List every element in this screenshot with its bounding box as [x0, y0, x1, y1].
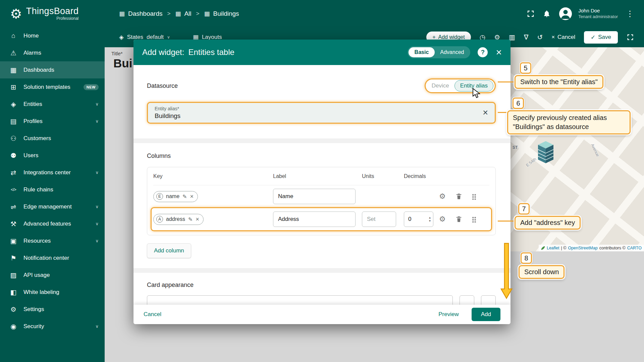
user-info: John Doe Tenant administrator	[578, 7, 618, 19]
sidebar-item-dashboards[interactable]: ▦ Dashboards	[0, 61, 105, 78]
carto-link[interactable]: CARTO	[627, 246, 642, 250]
filters-button[interactable]: ∇	[524, 33, 528, 41]
sidebar-item-settings[interactable]: ⚙ Settings	[0, 301, 105, 318]
chevron-down-icon: ∨	[95, 170, 99, 175]
dialog-close-button[interactable]: ×	[496, 47, 502, 57]
clear-alias-button[interactable]: ×	[483, 108, 488, 117]
attribution-text: | ©	[561, 246, 567, 250]
chevron-down-icon: ∨	[95, 221, 99, 226]
cancel-edit-button[interactable]: × Cancel	[551, 34, 575, 41]
entity-alias-field-value: Buildings	[155, 112, 483, 120]
sidebar-item-customers[interactable]: ⚇ Customers	[0, 130, 105, 147]
units-input[interactable]	[362, 212, 396, 227]
sidebar-item-entities[interactable]: ◈ Entities ∨	[0, 96, 105, 113]
drag-handle[interactable]	[472, 216, 476, 223]
sidebar-item-solution-templates[interactable]: ⊞ Solution templates NEW	[0, 78, 105, 96]
annotation-connector	[498, 81, 515, 82]
dialog-title-prefix: Add widget:	[142, 48, 184, 57]
annotation-callout-6: Specify previously created alias "Buildi…	[507, 110, 631, 134]
key-chip-address[interactable]: A address ✎ ×	[153, 214, 204, 225]
advanced-mode-button[interactable]: Advanced	[435, 47, 469, 57]
chevron-down-icon: ∨	[95, 204, 99, 209]
sidebar-item-rule-chains[interactable]: </> Rule chains	[0, 181, 105, 198]
notifications-button[interactable]	[543, 10, 551, 18]
sidebar-item-resources[interactable]: ▣ Resources ∨	[0, 232, 105, 249]
chevron-down-icon: ∨	[167, 35, 170, 40]
sidebar-item-notification-center[interactable]: ⚑ Notification center	[0, 249, 105, 266]
delete-column-button[interactable]	[455, 216, 463, 223]
check-icon: ✓	[591, 34, 595, 41]
sidebar-item-users[interactable]: ⚉ Users	[0, 147, 105, 164]
osm-link[interactable]: OpenStreetMap	[568, 246, 597, 250]
rule-chains-icon: </>	[9, 187, 18, 192]
sidebar-item-label: Alarms	[23, 50, 99, 56]
attribution-text: contributors ©	[599, 246, 626, 250]
solution-templates-icon: ⊞	[9, 83, 18, 91]
spinner-down-icon[interactable]: ▾	[429, 219, 431, 223]
datasource-type-toggle: Device Entity alias	[425, 78, 496, 93]
drag-handle[interactable]	[472, 193, 476, 200]
delete-column-button[interactable]	[455, 193, 463, 200]
breadcrumb-dashboards[interactable]: ▦ Dashboards	[119, 10, 162, 17]
sidebar-item-white-labeling[interactable]: ◧ White labeling	[0, 284, 105, 301]
edit-pencil-icon[interactable]: ✎	[182, 193, 187, 200]
close-icon: ×	[483, 108, 488, 118]
card-title-input[interactable]	[147, 295, 453, 305]
user-avatar[interactable]	[559, 7, 572, 20]
dashboards-grid-icon: ▦	[119, 10, 125, 17]
decimals-stepper[interactable]: 0 ▴ ▾	[404, 212, 433, 227]
save-dashboard-button[interactable]: ✓ Save	[584, 31, 618, 44]
device-toggle-button[interactable]: Device	[427, 80, 454, 91]
sidebar-item-integrations-center[interactable]: ⇄ Integrations center ∨	[0, 164, 105, 181]
column-settings-button[interactable]: ⚙	[439, 215, 446, 224]
sidebar-item-edge-management[interactable]: ⇌ Edge management ∨	[0, 198, 105, 215]
help-button[interactable]: ?	[478, 47, 488, 57]
remove-key-icon[interactable]: ×	[196, 216, 199, 223]
new-badge: NEW	[84, 84, 99, 90]
basic-mode-button[interactable]: Basic	[409, 47, 435, 57]
dialog-cancel-button[interactable]: Cancel	[144, 311, 161, 318]
fullscreen-button[interactable]	[527, 10, 535, 18]
add-button[interactable]: Add	[472, 308, 500, 321]
column-settings-button[interactable]: ⚙	[439, 192, 446, 201]
label-input[interactable]	[273, 212, 356, 227]
annotation-callout-5: Switch to the "Entity alias"	[515, 75, 603, 89]
app-logo[interactable]: ⚙ ThingsBoard Professional	[0, 0, 105, 27]
remove-key-icon[interactable]: ×	[190, 193, 194, 200]
dialog-body: Datasource Device Entity alias Entity al…	[133, 65, 511, 305]
home-icon: ⌂	[9, 32, 18, 40]
alarm-icon: ⚠	[9, 49, 18, 57]
sidebar-item-home[interactable]: ⌂ Home	[0, 27, 105, 44]
breadcrumb-all[interactable]: ▦ All	[175, 10, 191, 17]
leaflet-link[interactable]: Leaflet	[547, 246, 559, 250]
version-history-button[interactable]: ↺	[537, 33, 543, 41]
card-color-button[interactable]	[481, 295, 496, 305]
fullscreen-icon	[627, 34, 634, 41]
datasource-heading: Datasource	[147, 82, 178, 89]
more-menu-button[interactable]: ⋮	[626, 9, 634, 18]
table-row-name: E name ✎ × ⚙	[153, 185, 489, 207]
columns-table-header: Key Label Units Decimals	[153, 167, 489, 185]
label-input[interactable]	[273, 189, 356, 204]
sidebar-item-alarms[interactable]: ⚠ Alarms	[0, 44, 105, 61]
chevron-down-icon: ∨	[95, 119, 99, 124]
sidebar-item-profiles[interactable]: ▤ Profiles ∨	[0, 113, 105, 130]
annotation-badge-7: 7	[518, 203, 530, 215]
leaflet-logo-icon	[541, 246, 545, 250]
add-column-button[interactable]: Add column	[147, 243, 191, 258]
edit-pencil-icon[interactable]: ✎	[188, 216, 193, 223]
sidebar-item-advanced-features[interactable]: ⚒ Advanced features ∨	[0, 215, 105, 232]
sidebar-item-security[interactable]: ◉ Security ∨	[0, 318, 105, 335]
edge-management-icon: ⇌	[9, 203, 18, 211]
card-icon-button[interactable]	[460, 295, 474, 305]
notification-flag-icon: ⚑	[9, 254, 18, 262]
sidebar-item-api-usage[interactable]: ▨ API usage	[0, 266, 105, 284]
key-chip-name[interactable]: E name ✎ ×	[153, 191, 198, 202]
annotation-connector	[498, 112, 507, 113]
toolbar-fullscreen-button[interactable]	[627, 34, 634, 41]
dashboard-title-input[interactable]: Bui	[113, 57, 132, 70]
top-header: ▦ Dashboards > ▦ All > ▦ Buildings John …	[105, 0, 644, 27]
entity-alias-field[interactable]: Entity alias* Buildings ×	[147, 102, 496, 124]
preview-button[interactable]: Preview	[438, 311, 459, 318]
breadcrumb-buildings[interactable]: ▦ Buildings	[204, 10, 239, 17]
